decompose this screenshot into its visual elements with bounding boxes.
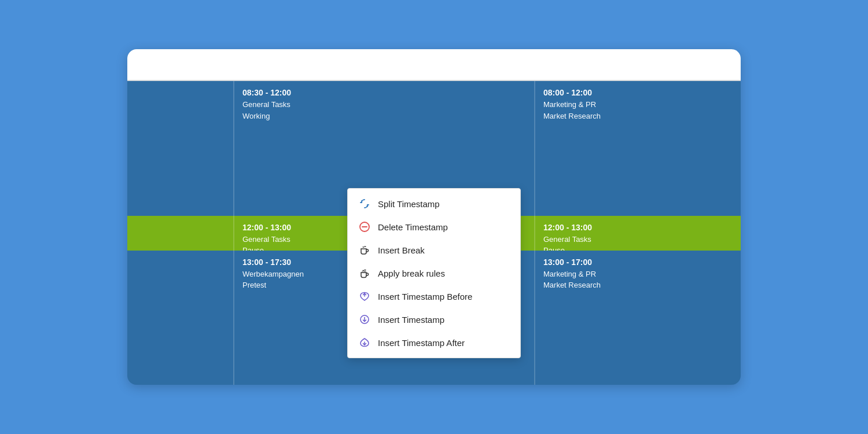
cell-col3-top-line2: Market Research: [543, 111, 733, 122]
split-icon: [358, 197, 371, 210]
sidebar-top: [127, 81, 234, 216]
apply-break-icon: [358, 267, 371, 279]
cell-col3-bottom[interactable]: 13:00 - 17:00 Marketing & PR Market Rese…: [535, 251, 741, 385]
cell-col3-pause-time: 12:00 - 13:00: [543, 222, 733, 234]
delete-icon: [358, 220, 371, 233]
header-col3: [535, 49, 741, 81]
menu-item-delete[interactable]: Delete Timestamp: [348, 215, 520, 238]
sidebar-pause: [127, 216, 234, 251]
cell-col3-pause[interactable]: 12:00 - 13:00 General Tasks Pause: [535, 216, 741, 251]
insert-after-icon: [358, 336, 371, 349]
menu-item-insert-before-label: Insert Timestamp Before: [378, 292, 472, 301]
menu-item-apply-break[interactable]: Apply break rules: [348, 262, 520, 285]
calendar-card: 08:30 - 12:00 General Tasks Working 08:0…: [127, 49, 741, 385]
header-col1: [127, 49, 234, 81]
insert-icon: [358, 313, 371, 326]
cell-col2-top-line1: General Tasks: [242, 99, 526, 111]
menu-item-apply-break-label: Apply break rules: [378, 269, 445, 278]
cell-col3-top-line1: Marketing & PR: [543, 99, 733, 111]
menu-item-insert-break-label: Insert Break: [378, 245, 425, 255]
menu-item-split-label: Split Timestamp: [378, 199, 440, 209]
break-icon: [358, 244, 371, 256]
cell-col2-top-time: 08:30 - 12:00: [242, 87, 526, 99]
header-col2: [234, 49, 535, 81]
cell-col3-top[interactable]: 08:00 - 12:00 Marketing & PR Market Rese…: [535, 81, 741, 216]
cell-col3-bottom-line2: Market Research: [543, 279, 733, 291]
menu-item-split[interactable]: Split Timestamp: [348, 192, 520, 215]
menu-item-delete-label: Delete Timestamp: [378, 222, 448, 232]
menu-item-insert[interactable]: Insert Timestamp: [348, 308, 520, 331]
cell-col3-bottom-time: 13:00 - 17:00: [543, 256, 733, 269]
cell-col2-top-line2: Working: [242, 111, 526, 122]
menu-item-insert-before[interactable]: Insert Timestamp Before: [348, 285, 520, 308]
menu-item-insert-label: Insert Timestamp: [378, 315, 444, 325]
insert-before-icon: [358, 290, 371, 303]
sidebar-bottom: [127, 251, 234, 385]
menu-item-insert-break[interactable]: Insert Break: [348, 238, 520, 262]
menu-item-insert-after[interactable]: Insert Timestamp After: [348, 331, 520, 354]
menu-item-insert-after-label: Insert Timestamp After: [378, 338, 465, 348]
cell-col3-bottom-line1: Marketing & PR: [543, 269, 733, 280]
context-menu: Split Timestamp Delete Timestamp: [347, 188, 521, 358]
cell-col3-top-time: 08:00 - 12:00: [543, 87, 733, 99]
cell-col3-pause-line1: General Tasks: [543, 234, 733, 245]
context-menu-overlay: Split Timestamp Delete Timestamp: [347, 188, 521, 358]
